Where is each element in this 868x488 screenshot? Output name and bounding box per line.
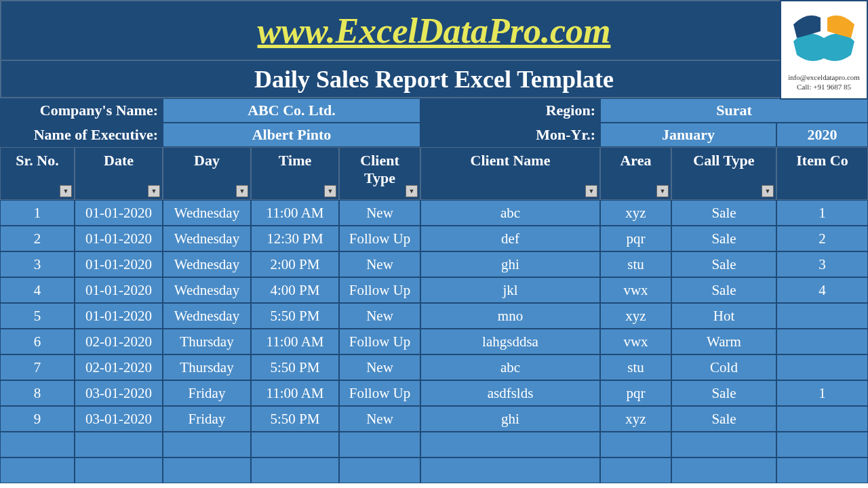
table-cell[interactable]: Warm xyxy=(671,329,776,354)
filter-dropdown-icon[interactable] xyxy=(236,185,248,197)
table-cell[interactable]: 5:50 PM xyxy=(251,303,339,329)
table-cell[interactable] xyxy=(776,354,868,380)
table-cell[interactable]: Wednesday xyxy=(163,277,251,303)
table-row[interactable]: 803-01-2020Friday11:00 AMFollow Upasdfsl… xyxy=(0,380,868,406)
table-cell[interactable]: 01-01-2020 xyxy=(75,226,163,251)
table-cell[interactable]: 4 xyxy=(0,277,75,303)
col-day[interactable]: Day xyxy=(163,147,251,200)
table-cell[interactable]: 3 xyxy=(776,251,868,277)
table-cell[interactable]: Follow Up xyxy=(339,329,420,354)
table-cell[interactable]: Follow Up xyxy=(339,277,420,303)
table-cell[interactable]: 11:00 AM xyxy=(251,200,339,226)
table-cell[interactable]: Sale xyxy=(671,277,776,303)
table-cell[interactable] xyxy=(0,432,75,458)
table-cell[interactable] xyxy=(339,458,420,483)
table-cell[interactable] xyxy=(600,458,671,483)
table-cell[interactable]: abc xyxy=(420,200,600,226)
table-cell[interactable]: 2 xyxy=(776,226,868,251)
table-cell[interactable]: xyz xyxy=(600,406,671,432)
table-cell[interactable]: 12:30 PM xyxy=(251,226,339,251)
table-cell[interactable]: Wednesday xyxy=(163,200,251,226)
table-cell[interactable]: 1 xyxy=(776,200,868,226)
table-cell[interactable]: 1 xyxy=(0,200,75,226)
col-date[interactable]: Date xyxy=(75,147,163,200)
col-call-type[interactable]: Call Type xyxy=(671,147,776,200)
table-cell[interactable]: mno xyxy=(420,303,600,329)
monyr-year[interactable]: 2020 xyxy=(776,123,868,147)
table-cell[interactable]: Sale xyxy=(671,251,776,277)
table-cell[interactable]: 5:50 PM xyxy=(251,406,339,432)
table-cell[interactable]: Friday xyxy=(163,406,251,432)
table-cell[interactable]: Thursday xyxy=(163,329,251,354)
col-time[interactable]: Time xyxy=(251,147,339,200)
table-cell[interactable]: xyz xyxy=(600,200,671,226)
table-cell[interactable]: 6 xyxy=(0,329,75,354)
table-cell[interactable] xyxy=(251,458,339,483)
table-cell[interactable]: Sale xyxy=(671,226,776,251)
table-cell[interactable]: New xyxy=(339,251,420,277)
table-row[interactable]: 201-01-2020Wednesday12:30 PMFollow Updef… xyxy=(0,226,868,251)
table-cell[interactable]: New xyxy=(339,200,420,226)
filter-dropdown-icon[interactable] xyxy=(324,185,336,197)
table-cell[interactable] xyxy=(776,458,868,483)
filter-dropdown-icon[interactable] xyxy=(148,185,160,197)
table-cell[interactable]: 01-01-2020 xyxy=(75,277,163,303)
table-row[interactable] xyxy=(0,458,868,483)
table-cell[interactable] xyxy=(339,432,420,458)
table-cell[interactable]: stu xyxy=(600,354,671,380)
table-cell[interactable]: 8 xyxy=(0,380,75,406)
filter-dropdown-icon[interactable] xyxy=(60,185,72,197)
table-cell[interactable]: Wednesday xyxy=(163,251,251,277)
col-item-co[interactable]: Item Co xyxy=(776,147,868,200)
table-cell[interactable]: Follow Up xyxy=(339,380,420,406)
monyr-month[interactable]: January xyxy=(600,123,776,147)
table-row[interactable]: 301-01-2020Wednesday2:00 PMNewghistuSale… xyxy=(0,251,868,277)
table-cell[interactable]: Friday xyxy=(163,380,251,406)
table-cell[interactable]: Wednesday xyxy=(163,226,251,251)
table-cell[interactable]: stu xyxy=(600,251,671,277)
table-cell[interactable] xyxy=(163,458,251,483)
table-row[interactable]: 702-01-2020Thursday5:50 PMNewabcstuCold xyxy=(0,354,868,380)
table-cell[interactable]: Sale xyxy=(671,200,776,226)
table-cell[interactable]: vwx xyxy=(600,277,671,303)
table-cell[interactable] xyxy=(776,406,868,432)
table-cell[interactable]: 2:00 PM xyxy=(251,251,339,277)
table-cell[interactable] xyxy=(75,432,163,458)
table-cell[interactable]: New xyxy=(339,303,420,329)
table-cell[interactable] xyxy=(776,432,868,458)
table-cell[interactable]: lahgsddsa xyxy=(420,329,600,354)
table-cell[interactable]: def xyxy=(420,226,600,251)
company-value[interactable]: ABC Co. Ltd. xyxy=(163,98,420,123)
table-cell[interactable]: 02-01-2020 xyxy=(75,329,163,354)
table-cell[interactable]: 7 xyxy=(0,354,75,380)
filter-dropdown-icon[interactable] xyxy=(406,185,418,197)
table-cell[interactable]: 5 xyxy=(0,303,75,329)
table-cell[interactable]: 4 xyxy=(776,277,868,303)
table-cell[interactable]: 11:00 AM xyxy=(251,380,339,406)
table-row[interactable]: 602-01-2020Thursday11:00 AMFollow Uplahg… xyxy=(0,329,868,354)
table-cell[interactable]: 4:00 PM xyxy=(251,277,339,303)
col-client-type[interactable]: ClientType xyxy=(339,147,420,200)
table-cell[interactable]: vwx xyxy=(600,329,671,354)
col-client-name[interactable]: Client Name xyxy=(420,147,600,200)
table-cell[interactable]: ghi xyxy=(420,406,600,432)
col-area[interactable]: Area xyxy=(600,147,671,200)
table-cell[interactable]: 1 xyxy=(776,380,868,406)
table-cell[interactable]: Follow Up xyxy=(339,226,420,251)
table-cell[interactable]: 01-01-2020 xyxy=(75,251,163,277)
table-cell[interactable]: ghi xyxy=(420,251,600,277)
table-cell[interactable]: Hot xyxy=(671,303,776,329)
filter-dropdown-icon[interactable] xyxy=(762,185,774,197)
table-cell[interactable] xyxy=(671,432,776,458)
executive-value[interactable]: Albert Pinto xyxy=(163,123,420,147)
filter-dropdown-icon[interactable] xyxy=(585,185,597,197)
table-cell[interactable]: jkl xyxy=(420,277,600,303)
table-cell[interactable]: Cold xyxy=(671,354,776,380)
col-sr-no[interactable]: Sr. No. xyxy=(0,147,75,200)
table-cell[interactable]: 01-01-2020 xyxy=(75,303,163,329)
region-value[interactable]: Surat xyxy=(600,98,868,123)
table-cell[interactable]: Wednesday xyxy=(163,303,251,329)
table-cell[interactable] xyxy=(163,432,251,458)
table-cell[interactable] xyxy=(420,458,600,483)
table-cell[interactable]: Sale xyxy=(671,406,776,432)
